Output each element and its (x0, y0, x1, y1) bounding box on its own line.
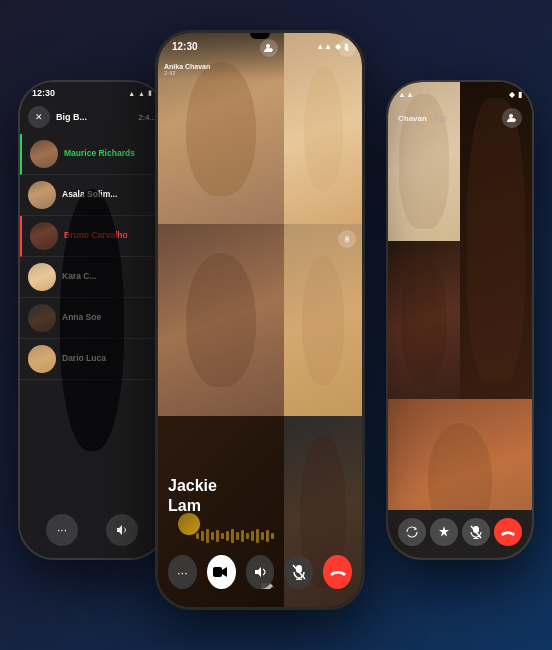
more-options-button[interactable]: ··· (168, 555, 197, 589)
face-overlay (284, 33, 362, 224)
waveform-bar (196, 533, 199, 539)
video-cell-anika: Anika Chavan 2:42 (158, 33, 284, 224)
right-effects-button[interactable] (430, 518, 458, 546)
right-video-grid (388, 82, 532, 558)
face-overlay (158, 224, 284, 415)
waveform-bar (271, 533, 274, 539)
right-mute-button[interactable] (462, 518, 490, 546)
center-phone: 12:30 ▲▲ ◆ ▮ Anika Chavan 2:42 (155, 30, 365, 610)
participant-name: Anika Chavan (164, 63, 210, 70)
right-status-bar: ▲▲ ◆ ▮ (388, 82, 532, 103)
svg-point-15 (509, 114, 513, 118)
signal-icon: ▲▲ (398, 90, 414, 99)
right-call-duration: 2:42 (433, 115, 447, 122)
battery-icon: ▮ (344, 42, 348, 51)
right-rotate-button[interactable] (398, 518, 426, 546)
waveform-bar (251, 531, 254, 541)
waveform-bar (236, 532, 239, 540)
waveform-bar (261, 532, 264, 540)
face-overlay (284, 224, 362, 415)
phone-notch (250, 33, 270, 39)
waveform-bar (266, 530, 269, 542)
mute-button[interactable] (284, 555, 313, 589)
right-call-name: Chavan (398, 114, 427, 123)
end-call-button[interactable] (323, 555, 352, 589)
call-duration: 2:42 (164, 70, 210, 76)
center-status-icons: ▲▲ ◆ ▮ (316, 42, 348, 51)
waveform-bar (201, 531, 204, 541)
right-add-button[interactable] (502, 108, 522, 128)
video-cell-top-right (284, 33, 362, 224)
right-phone: ▲▲ ◆ ▮ Chavan 2:42 (386, 80, 534, 560)
right-bottom-bar (388, 510, 532, 558)
waveform-bar (211, 532, 214, 540)
right-battery-icons: ◆ ▮ (509, 90, 522, 99)
waveform-bar (241, 530, 244, 542)
right-end-call-button[interactable] (494, 518, 522, 546)
wifi-icon: ◆ (509, 90, 515, 99)
waveform-bar (226, 531, 229, 541)
svg-rect-10 (213, 567, 222, 577)
speaker-button[interactable] (106, 514, 138, 546)
waveform-bar (246, 533, 249, 539)
list-item[interactable]: Dario Luca (20, 339, 164, 380)
video-cell-mid-right (284, 224, 362, 415)
battery-icon: ▮ (518, 90, 522, 99)
right-call-header: Chavan 2:42 (388, 104, 532, 132)
left-phone: 12:30 ▲ ▲ ▮ ✕ Big B... 2:4... Maurice Ri… (18, 80, 166, 560)
waveform-bar (206, 529, 209, 543)
right-video-cell-3 (388, 241, 460, 400)
right-status-icons: ▲▲ (398, 90, 414, 99)
waveform-bar (256, 529, 259, 543)
left-bottom-bar: ··· (20, 506, 164, 558)
call-controls: ··· (158, 555, 362, 589)
audio-row (168, 523, 274, 545)
center-time: 12:30 (172, 41, 198, 52)
contact-list: Maurice Richards Asala Solim... (20, 134, 164, 520)
waveform-bar (216, 530, 219, 542)
caller-name: Jackie (168, 477, 217, 495)
wifi-icon: ◆ (335, 42, 341, 51)
signal-icon: ▲▲ (316, 42, 332, 51)
waveform (196, 529, 274, 543)
avatar (28, 345, 56, 373)
video-cell-mid-left (158, 224, 284, 415)
waveform-bar (221, 533, 224, 539)
waveform-bar (231, 529, 234, 543)
more-button[interactable]: ··· (46, 514, 78, 546)
speaker-button[interactable] (246, 555, 275, 589)
svg-rect-7 (346, 239, 349, 242)
video-grid: Anika Chavan 2:42 (158, 33, 362, 607)
video-button[interactable] (207, 555, 236, 589)
